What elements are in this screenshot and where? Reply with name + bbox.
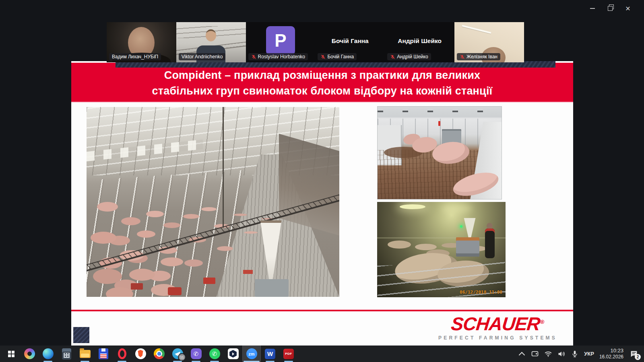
participant-display-name: Бочій Ганна — [315, 37, 385, 45]
slide-title-line1: Compident – приклад розміщення з практик… — [71, 68, 573, 83]
participant-tile[interactable]: Вадим Лихач_НУБіП — [107, 22, 176, 62]
participant-name: Вадим Лихач_НУБіП — [112, 54, 158, 60]
right-pen-row-shape — [279, 134, 339, 235]
pig-shapes — [97, 202, 118, 212]
pig-shapes — [388, 241, 411, 249]
chrome-button[interactable] — [150, 346, 168, 362]
participant-name-chip: Вадим Лихач_НУБіП — [109, 53, 161, 60]
pdf-icon: PDF — [283, 349, 294, 359]
red-feeder-shapes — [203, 278, 215, 284]
sows-pen-photo — [377, 106, 502, 200]
muted-mic-icon — [390, 54, 395, 60]
minimize-icon — [590, 8, 595, 9]
registered-mark: ® — [540, 319, 545, 325]
tray-clock[interactable]: 10:23 16.02.2026 — [599, 348, 623, 360]
opera-button[interactable] — [113, 346, 131, 362]
copilot-button[interactable] — [20, 346, 39, 362]
start-button[interactable] — [2, 346, 20, 362]
zoom-icon: zm — [246, 348, 257, 359]
participant-tile[interactable]: Андрій Шейко Андрій Шейко — [385, 22, 454, 62]
close-button[interactable]: ✕ — [619, 2, 637, 14]
night-barn-photo: 06/12/2018 11:08 — [377, 202, 506, 297]
word-icon: W — [265, 349, 275, 359]
microphone-icon — [571, 350, 579, 358]
chevron-up-icon — [518, 352, 525, 358]
schauer-logo: SCHAUER® PERFECT FARMING SYSTEMS — [438, 315, 557, 341]
participant-name: Rostyslav Horbatenko — [258, 54, 305, 60]
word-button[interactable]: W — [261, 346, 279, 362]
calculator-button[interactable] — [57, 346, 76, 362]
tray-connect-button[interactable] — [531, 349, 539, 359]
participant-name-chip: Viktor Andriichenko — [179, 53, 226, 60]
desktop: { "window": { "close_glyph": "✕" }, "par… — [0, 0, 644, 362]
slide-template-square — [73, 327, 89, 343]
participant-tile[interactable]: Бочій Ганна Бочій Ганна — [315, 22, 385, 62]
chrome-icon — [154, 348, 165, 359]
participant-display-name: Андрій Шейко — [385, 37, 454, 45]
restore-button[interactable] — [601, 2, 619, 14]
calculator-icon — [62, 348, 71, 360]
person-shape — [485, 228, 495, 258]
feeder-box-shape — [255, 279, 289, 297]
edge-icon — [43, 348, 54, 359]
participant-tile[interactable]: P Rostyslav Horbatenko — [246, 22, 316, 62]
participant-tile[interactable]: Желізняк Іван — [454, 22, 524, 62]
hexagon-app-button[interactable] — [224, 346, 242, 362]
speaker-icon — [557, 350, 566, 358]
language-indicator[interactable]: УКР — [584, 351, 594, 357]
barn-overview-photo — [87, 107, 339, 297]
notification-badge: 2 — [635, 354, 641, 360]
system-tray: УКР 10:23 16.02.2026 2 — [518, 346, 644, 362]
participant-name: Viktor Andriichenko — [182, 54, 223, 60]
taskbar-apps: 11 ✆ ✆ zm W PDF — [0, 346, 298, 362]
tray-overflow-button[interactable] — [518, 349, 526, 359]
whatsapp-button[interactable]: ✆ — [205, 346, 224, 362]
connect-device-icon — [531, 350, 539, 358]
brand-tagline: PERFECT FARMING SYSTEMS — [438, 335, 557, 341]
slide-divider-line — [71, 310, 573, 311]
participant-tile-active-speaker[interactable]: Viktor Andriichenko — [176, 22, 246, 62]
tray-time: 10:23 — [599, 348, 623, 354]
pig-shapes — [91, 232, 116, 244]
zoom-button[interactable]: zm — [242, 346, 261, 362]
viber-button[interactable]: ✆ — [187, 346, 205, 362]
copilot-icon — [24, 348, 35, 359]
shared-screen-slide: Compident – приклад розміщення з практик… — [71, 61, 573, 346]
brave-button[interactable] — [131, 346, 150, 362]
tray-microphone-button[interactable] — [571, 349, 579, 359]
slide-title-line2: стабільних груп свиноматок блоком відбор… — [71, 83, 573, 99]
floppy-disk-icon — [99, 348, 108, 359]
floppy-app-button[interactable] — [94, 346, 113, 362]
file-explorer-button[interactable] — [76, 346, 94, 362]
windows-logo-icon — [8, 351, 11, 354]
ceiling-light-glow-shape — [400, 204, 425, 209]
notification-center-button[interactable]: 2 — [629, 349, 639, 359]
telegram-button[interactable]: 11 — [168, 346, 187, 362]
whatsapp-icon: ✆ — [209, 348, 220, 359]
edge-button[interactable] — [39, 346, 57, 362]
tray-volume-button[interactable] — [557, 349, 566, 359]
feed-hopper-cone-shape — [462, 218, 477, 238]
slide-title-banner: Compident – приклад розміщення з практик… — [71, 63, 573, 102]
tray-network-button[interactable] — [544, 349, 552, 359]
unread-badge: 11 — [178, 353, 186, 361]
brand-wordmark: SCHAUER® — [450, 315, 545, 333]
viber-icon: ✆ — [191, 348, 202, 359]
participant-name-chip: Желізняк Іван — [457, 53, 500, 60]
opera-icon — [118, 348, 126, 359]
brave-icon — [135, 348, 146, 359]
hexagon-app-icon — [228, 348, 239, 359]
participant-name-chip: Бочій Ганна — [318, 53, 357, 60]
participant-name: Андрій Шейко — [397, 54, 428, 60]
avatar: P — [266, 26, 295, 55]
participant-name: Желізняк Іван — [466, 54, 497, 60]
taskbar: 11 ✆ ✆ zm W PDF УКР 10:23 16.02.2026 2 — [0, 346, 644, 362]
face-shape — [206, 29, 216, 41]
green-indicator-light — [460, 225, 462, 228]
pdf-editor-button[interactable]: PDF — [279, 346, 298, 362]
support-pole-shape — [223, 107, 224, 228]
minimize-button[interactable] — [584, 2, 601, 14]
fire-extinguisher-shape — [438, 121, 440, 126]
participant-strip: Вадим Лихач_НУБіП Viktor Andriichenko P … — [107, 22, 524, 62]
restore-icon — [608, 6, 613, 11]
